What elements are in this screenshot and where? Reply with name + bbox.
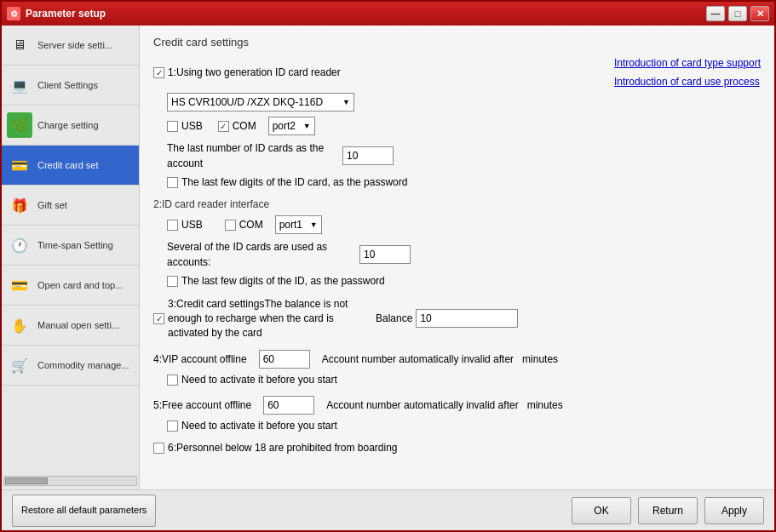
usb-checkbox-label-1[interactable]: USB bbox=[167, 120, 203, 132]
sidebar-label-charge: Charge setting bbox=[37, 119, 99, 131]
com-label-2: COM bbox=[239, 219, 263, 231]
title-bar-left: ⚙ Parameter setup bbox=[7, 7, 106, 20]
restore-default-button[interactable]: Restore all default parameters bbox=[12, 495, 156, 527]
charge-icon: 🌿 bbox=[7, 112, 32, 138]
section6: 6:Personnel below 18 are prohibited from… bbox=[153, 442, 761, 454]
section5-row1: 5:Free account offline Account number au… bbox=[153, 396, 761, 415]
app-icon: ⚙ bbox=[7, 7, 20, 20]
card-type-support-link[interactable]: Introduction of card type support bbox=[614, 57, 761, 69]
server-icon: 🖥 bbox=[7, 32, 32, 58]
card-use-process-link[interactable]: Introduction of card use process bbox=[614, 76, 760, 88]
com-label-1: COM bbox=[233, 120, 256, 132]
password-checkbox-1[interactable] bbox=[167, 177, 178, 188]
section-title: Credit card settings bbox=[153, 36, 761, 49]
commodity-icon: 🛒 bbox=[7, 352, 32, 378]
sidebar: 🖥 Server side setti... 💻 Client Settings… bbox=[2, 26, 140, 489]
using-two-gen-checkbox-label[interactable]: 1:Using two generation ID card reader bbox=[153, 66, 341, 78]
sidebar-item-server-side[interactable]: 🖥 Server side setti... bbox=[2, 26, 139, 66]
return-button[interactable]: Return bbox=[638, 497, 698, 524]
sidebar-scroll-thumb[interactable] bbox=[5, 478, 48, 484]
sidebar-label-gift: Gift set bbox=[37, 199, 67, 211]
using-two-gen-checkbox[interactable] bbox=[153, 67, 164, 78]
card-reader-value: HS CVR100U/D /XZX DKQ-116D bbox=[171, 96, 323, 108]
free-invalid-label: Account number automatically invalid aft… bbox=[326, 399, 518, 411]
ok-button[interactable]: OK bbox=[572, 497, 631, 524]
last-digits-input-1[interactable] bbox=[342, 146, 394, 165]
several-input[interactable] bbox=[359, 245, 411, 264]
time-icon: 🕐 bbox=[7, 232, 32, 258]
sidebar-horizontal-scrollbar[interactable] bbox=[3, 476, 137, 486]
section2-usb-com-row: USB COM port1 ▼ bbox=[167, 215, 761, 234]
usb-label-2: USB bbox=[181, 219, 203, 231]
port1-dropdown[interactable]: port1 ▼ bbox=[275, 215, 322, 234]
sidebar-scroll-area: 🖥 Server side setti... 💻 Client Settings… bbox=[2, 26, 139, 472]
port2-arrow-icon: ▼ bbox=[303, 122, 311, 130]
section2-last-row: The last few digits of the ID, as the pa… bbox=[167, 275, 761, 287]
apply-button[interactable]: Apply bbox=[704, 497, 764, 524]
vip-activate-checkbox[interactable] bbox=[167, 375, 178, 386]
vip-offline-input[interactable] bbox=[259, 350, 310, 369]
sidebar-label-open-card: Open card and top... bbox=[37, 279, 123, 291]
usb-checkbox-label-2[interactable]: USB bbox=[167, 219, 203, 231]
vip-invalid-label: Account number automatically invalid aft… bbox=[322, 353, 514, 365]
port2-dropdown[interactable]: port2 ▼ bbox=[268, 117, 315, 135]
close-button[interactable]: ✕ bbox=[750, 6, 769, 21]
section6-checkbox-label[interactable]: 6:Personnel below 18 are prohibited from… bbox=[153, 442, 398, 454]
maximize-button[interactable]: □ bbox=[728, 6, 747, 21]
sidebar-item-open-card[interactable]: 💳 Open card and top... bbox=[2, 266, 139, 306]
usb-checkbox-1[interactable] bbox=[167, 121, 178, 132]
sidebar-item-manual-open[interactable]: ✋ Manual open setti... bbox=[2, 306, 139, 346]
sidebar-label-time: Time-span Setting bbox=[37, 239, 113, 251]
section2-header: 2:ID card reader interface bbox=[153, 198, 761, 210]
free-offline-input[interactable] bbox=[263, 396, 314, 415]
com-checkbox-2[interactable] bbox=[225, 220, 236, 231]
open-card-icon: 💳 bbox=[7, 272, 32, 298]
links-panel: Introduction of card type support Introd… bbox=[597, 57, 761, 88]
sidebar-item-credit-card-set[interactable]: 💳 Credit card set bbox=[2, 146, 139, 186]
section3-checkbox[interactable] bbox=[153, 313, 164, 324]
free-activate-checkbox-label[interactable]: Need to activate it before you start bbox=[167, 420, 337, 432]
com-checkbox-1[interactable] bbox=[218, 121, 229, 132]
free-activate-checkbox[interactable] bbox=[167, 420, 178, 432]
sidebar-item-commodity[interactable]: 🛒 Commodity manage... bbox=[2, 346, 139, 386]
main-window: ⚙ Parameter setup — □ ✕ 🖥 Server side se… bbox=[0, 0, 776, 532]
vip-account-label: 4:VIP account offline bbox=[153, 353, 247, 365]
vip-activate-label: Need to activate it before you start bbox=[181, 374, 337, 386]
port1-value: port1 bbox=[279, 219, 302, 231]
sidebar-item-time-span[interactable]: 🕐 Time-span Setting bbox=[2, 226, 139, 266]
sidebar-item-charge-setting[interactable]: 🌿 Charge setting bbox=[2, 106, 139, 146]
credit-card-icon: 💳 bbox=[7, 152, 32, 178]
password-label-1: The last few digits of the ID card, as t… bbox=[181, 176, 407, 188]
section4-activate-row: Need to activate it before you start bbox=[167, 374, 761, 386]
section6-checkbox[interactable] bbox=[153, 443, 164, 454]
free-account-label: 5:Free account offline bbox=[153, 399, 251, 411]
title-bar: ⚙ Parameter setup — □ ✕ bbox=[2, 2, 774, 26]
last-checkbox-label-2[interactable]: The last few digits of the ID, as the pa… bbox=[167, 275, 385, 287]
card-reader-dropdown[interactable]: HS CVR100U/D /XZX DKQ-116D ▼ bbox=[167, 93, 354, 112]
vip-activate-checkbox-label[interactable]: Need to activate it before you start bbox=[167, 374, 337, 386]
sidebar-item-client-settings[interactable]: 💻 Client Settings bbox=[2, 66, 139, 106]
password-checkbox-label-1[interactable]: The last few digits of the ID card, as t… bbox=[167, 176, 407, 188]
section3-checkbox-label[interactable]: 3:Credit card settingsThe balance is not… bbox=[153, 297, 364, 340]
usb-checkbox-2[interactable] bbox=[167, 220, 178, 231]
footer-left: Restore all default parameters bbox=[12, 495, 156, 527]
last-checkbox-2[interactable] bbox=[167, 276, 178, 287]
client-icon: 💻 bbox=[7, 72, 32, 98]
com-checkbox-label-1[interactable]: COM bbox=[218, 120, 256, 132]
section6-row: 6:Personnel below 18 are prohibited from… bbox=[153, 442, 761, 454]
section3: 3:Credit card settingsThe balance is not… bbox=[153, 297, 761, 340]
balance-input[interactable] bbox=[416, 309, 518, 328]
main-panel: Credit card settings 1:Using two generat… bbox=[140, 26, 774, 489]
title-controls: — □ ✕ bbox=[706, 6, 769, 21]
sidebar-item-gift-set[interactable]: 🎁 Gift set bbox=[2, 186, 139, 226]
dropdown-arrow-icon: ▼ bbox=[342, 98, 350, 106]
port2-value: port2 bbox=[273, 120, 296, 132]
sidebar-label-client: Client Settings bbox=[37, 79, 98, 91]
minimize-button[interactable]: — bbox=[706, 6, 725, 21]
com-checkbox-label-2[interactable]: COM bbox=[225, 219, 263, 231]
section4-row1: 4:VIP account offline Account number aut… bbox=[153, 350, 761, 369]
section5: 5:Free account offline Account number au… bbox=[153, 396, 761, 432]
section4: 4:VIP account offline Account number aut… bbox=[153, 350, 761, 386]
usb-label-1: USB bbox=[181, 120, 203, 132]
section2: 2:ID card reader interface USB COM port1… bbox=[153, 198, 761, 287]
